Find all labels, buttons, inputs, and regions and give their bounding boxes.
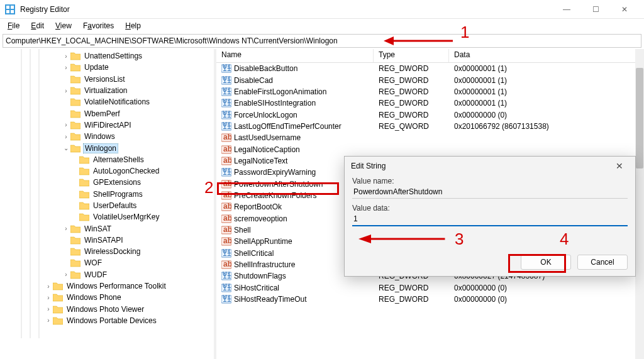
chevron-right-icon[interactable]: › — [62, 121, 70, 128]
reg-string-icon — [220, 133, 233, 142]
value-row[interactable]: ForceUnlockLogonREG_DWORD0x00000000 (0) — [216, 109, 644, 120]
tree-item-wbemperf[interactable]: WbemPerf — [0, 108, 214, 119]
tree-item-update[interactable]: ›Update — [0, 62, 214, 73]
reg-string-icon — [220, 191, 233, 200]
maximize-button[interactable]: ☐ — [581, 0, 610, 19]
value-row[interactable]: LastLogOffEndTimePerfCounterREG_QWORD0x2… — [216, 121, 644, 132]
list-scrollbar[interactable] — [635, 49, 644, 359]
value-type: REG_DWORD — [374, 76, 449, 85]
tree-item-wifidirectapi[interactable]: ›WiFiDirectAPI — [0, 119, 214, 131]
tree-item-label: VolatileUserMgrKey — [92, 213, 160, 221]
dialog-titlebar[interactable]: Edit String ✕ — [345, 157, 635, 175]
address-input[interactable] — [6, 36, 638, 45]
tree-item-unattendsettings[interactable]: ›UnattendSettings — [0, 50, 214, 62]
value-data: 0x00000000 (0) — [449, 284, 644, 292]
tree-item-label: WinSAT — [83, 224, 113, 233]
chevron-right-icon[interactable]: › — [62, 225, 70, 232]
tree-item-label: Update — [83, 63, 110, 72]
tree-item-winsat[interactable]: ›WinSAT — [0, 223, 214, 234]
column-type[interactable]: Type — [374, 49, 449, 62]
value-row[interactable]: LegalNoticeCaption — [216, 143, 644, 155]
menu-favorites[interactable]: Favorites — [78, 20, 119, 31]
tree-item-wudf[interactable]: ›WUDF — [0, 269, 214, 280]
value-row[interactable]: SiHostReadyTimeOutREG_DWORD0x00000000 (0… — [216, 294, 644, 305]
column-name[interactable]: Name — [216, 49, 374, 62]
tree-item-label: AlternateShells — [92, 155, 145, 164]
tree-item-label: UserDefaults — [92, 201, 138, 210]
chevron-down-icon[interactable]: ⌄ — [62, 145, 70, 152]
tree-item-label: ShellPrograms — [92, 190, 144, 199]
value-type: REG_DWORD — [374, 111, 449, 119]
tree-item-autologonchecked[interactable]: AutoLogonChecked — [0, 165, 214, 177]
value-row[interactable]: LastUsedUsername — [216, 132, 644, 143]
tree-item-winsatapi[interactable]: WinSATAPI — [0, 235, 214, 246]
value-data: 0x00000000 (0) — [449, 111, 644, 119]
value-name: DisableBackButton — [233, 64, 374, 73]
value-data: 0x00000001 (1) — [449, 76, 644, 85]
chevron-right-icon[interactable]: › — [62, 271, 70, 278]
tree-item-windows-phone[interactable]: ›Windows Phone — [0, 292, 214, 303]
value-row[interactable]: DisableBackButtonREG_DWORD0x00000001 (1) — [216, 63, 644, 74]
tree-item-volatileusermgrkey[interactable]: VolatileUserMgrKey — [0, 211, 214, 223]
reg-string-icon — [220, 226, 233, 235]
folder-icon — [70, 75, 80, 84]
tree-item-shellprograms[interactable]: ShellPrograms — [0, 189, 214, 200]
scrollbar-thumb[interactable] — [636, 68, 643, 168]
close-button[interactable]: ✕ — [610, 0, 639, 19]
tree-item-label: VersionsList — [83, 75, 126, 84]
chevron-right-icon[interactable]: › — [62, 53, 70, 60]
tree-item-windows-photo-viewer[interactable]: ›Windows Photo Viewer — [0, 304, 214, 315]
folder-icon — [53, 316, 63, 325]
chevron-right-icon[interactable]: › — [44, 294, 53, 301]
ok-button[interactable]: OK — [521, 255, 571, 270]
reg-string-icon — [220, 145, 233, 154]
tree-item-gpextensions[interactable]: GPExtensions — [0, 177, 214, 188]
value-row[interactable]: EnableSIHostIntegrationREG_DWORD0x000000… — [216, 97, 644, 109]
value-data-input[interactable] — [352, 213, 628, 226]
tree-item-label: WUDF — [83, 270, 108, 279]
tree-item-label: Windows Performance Toolkit — [65, 282, 167, 290]
chevron-right-icon[interactable]: › — [44, 317, 53, 324]
tree-item-windows[interactable]: ›Windows — [0, 131, 214, 142]
menu-help[interactable]: Help — [120, 20, 146, 31]
tree-item-virtualization[interactable]: ›Virtualization — [0, 85, 214, 96]
value-data: 0x00000001 (1) — [449, 87, 644, 96]
menu-view[interactable]: View — [50, 20, 77, 31]
folder-icon — [70, 109, 80, 118]
folder-icon — [79, 178, 89, 187]
column-data[interactable]: Data — [449, 49, 644, 62]
dialog-close-button[interactable]: ✕ — [610, 157, 629, 175]
chevron-right-icon[interactable]: › — [62, 64, 70, 71]
tree-item-windows-portable-devices[interactable]: ›Windows Portable Devices — [0, 315, 214, 326]
value-row[interactable]: SiHostCriticalREG_DWORD0x00000000 (0) — [216, 282, 644, 294]
list-header[interactable]: Name Type Data — [216, 49, 644, 63]
folder-icon — [70, 144, 80, 153]
cancel-button[interactable]: Cancel — [577, 255, 628, 270]
address-bar[interactable] — [3, 34, 641, 48]
tree-item-wirelessdocking[interactable]: WirelessDocking — [0, 246, 214, 257]
tree-item-alternateshells[interactable]: AlternateShells — [0, 154, 214, 165]
tree-item-windows-performance-toolkit[interactable]: ›Windows Performance Toolkit — [0, 280, 214, 292]
value-row[interactable]: EnableFirstLogonAnimationREG_DWORD0x0000… — [216, 86, 644, 97]
tree-item-userdefaults[interactable]: UserDefaults — [0, 200, 214, 211]
folder-icon — [70, 52, 80, 60]
reg-string-icon — [220, 214, 233, 223]
tree-item-versionslist[interactable]: VersionsList — [0, 74, 214, 85]
menu-edit[interactable]: Edit — [26, 20, 49, 31]
chevron-right-icon[interactable]: › — [44, 306, 53, 312]
value-row[interactable]: DisableCadREG_DWORD0x00000001 (1) — [216, 74, 644, 86]
chevron-right-icon[interactable]: › — [62, 87, 70, 94]
minimize-button[interactable]: — — [552, 0, 581, 19]
folder-icon — [70, 247, 80, 256]
value-data: 0x00000000 (0) — [449, 295, 644, 304]
chevron-right-icon[interactable]: › — [44, 283, 53, 290]
menu-file[interactable]: File — [3, 20, 25, 31]
window-title: Registry Editor — [20, 5, 552, 14]
tree-item-volatilenotifications[interactable]: VolatileNotifications — [0, 96, 214, 108]
tree-item-winlogon[interactable]: ⌄Winlogon — [0, 142, 214, 153]
chevron-right-icon[interactable]: › — [62, 133, 70, 140]
tree-pane[interactable]: ›UnattendSettings›UpdateVersionsList›Vir… — [0, 49, 214, 359]
folder-icon — [70, 132, 80, 141]
tree-item-wof[interactable]: WOF — [0, 257, 214, 268]
value-name-field: PowerdownAfterShutdown — [352, 185, 628, 199]
